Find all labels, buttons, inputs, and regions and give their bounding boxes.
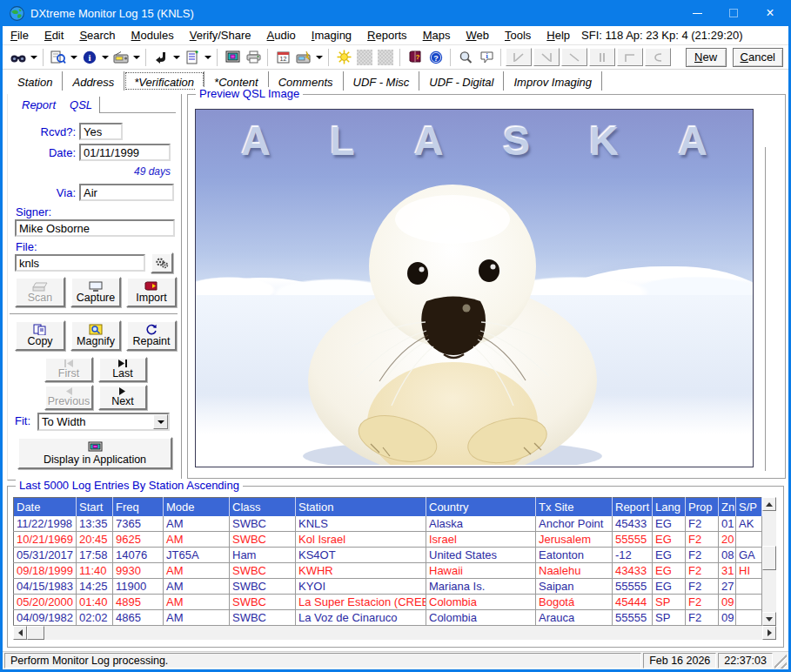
info-dropdown[interactable] — [100, 47, 111, 68]
tab-station[interactable]: Station — [8, 71, 63, 91]
nav-next-disabled — [561, 48, 587, 66]
copy-button[interactable]: Copy — [15, 320, 65, 351]
capture-button[interactable]: Capture — [70, 277, 121, 307]
find-logs-dropdown[interactable] — [29, 47, 39, 68]
menu-items: FileEditSearchModulesVerify/ShareAudioIm… — [3, 27, 578, 44]
radio-event-icon[interactable] — [293, 47, 314, 68]
horizontal-scrollbar[interactable] — [13, 626, 776, 640]
scroll-up-button[interactable] — [762, 497, 776, 511]
whats-this-icon[interactable]: i — [476, 47, 497, 68]
table-row[interactable]: 11/22/199813:357365AMSWBCKNLSAlaskaAncho… — [14, 516, 762, 532]
column-header-freq[interactable]: Freq — [113, 498, 164, 516]
goto-dropdown[interactable] — [171, 47, 182, 68]
info-icon[interactable]: i — [79, 47, 100, 68]
import-button[interactable]: Import — [126, 277, 177, 307]
column-header-report[interactable]: Report — [613, 498, 653, 516]
display-in-application-button[interactable]: Display in Application — [17, 437, 172, 469]
display-monitor-icon — [88, 441, 103, 454]
search-records-dropdown[interactable] — [69, 47, 79, 68]
resize-grip[interactable] — [774, 653, 787, 669]
close-button[interactable]: × — [752, 0, 788, 26]
menu-item-edit[interactable]: Edit — [37, 27, 71, 44]
rcvd-field[interactable] — [79, 123, 123, 140]
subtab-qsl[interactable]: QSL — [63, 97, 100, 113]
column-header-start[interactable]: Start — [77, 498, 113, 516]
find-logs-icon[interactable] — [8, 47, 29, 68]
magnify-button[interactable]: Magnify — [70, 320, 121, 351]
goto-icon[interactable] — [151, 47, 171, 68]
column-header-s-p[interactable]: S/P — [736, 498, 762, 516]
table-row[interactable]: 10/21/196920:459625AMSWBCKol IsraelIsrae… — [14, 532, 762, 548]
horizontal-scroll-track[interactable] — [44, 626, 762, 640]
menu-item-help[interactable]: Help — [539, 27, 578, 44]
column-header-station[interactable]: Station — [296, 498, 426, 516]
help-icon[interactable]: ? — [426, 47, 446, 68]
horizontal-scroll-thumb[interactable] — [27, 626, 44, 640]
tab-improv-imaging[interactable]: Improv Imaging — [504, 71, 602, 91]
logbook-help-icon[interactable]: ? — [405, 47, 426, 68]
menu-item-search[interactable]: Search — [71, 27, 123, 44]
tab-verification[interactable]: *Verification — [124, 71, 204, 91]
vertical-scrollbar[interactable] — [762, 497, 776, 626]
tab-address[interactable]: Address — [63, 71, 124, 91]
zoom-icon[interactable] — [455, 47, 476, 68]
menu-item-audio[interactable]: Audio — [259, 27, 304, 44]
file-field[interactable] — [15, 254, 145, 272]
column-header-lang[interactable]: Lang — [653, 498, 686, 516]
propagation-status: SFI: 118 Ap: 23 Kp: 4 (21:29:20) — [581, 29, 743, 42]
table-row[interactable]: 04/09/198202:024865AMSWBCLa Voz de Cinar… — [14, 610, 762, 626]
cancel-button[interactable]: Cancel — [733, 48, 783, 67]
column-header-class[interactable]: Class — [230, 498, 296, 516]
menu-item-modules[interactable]: Modules — [124, 27, 182, 44]
table-row[interactable]: 05/20/200001:404895AMSWBCLa Super Estaci… — [14, 595, 762, 610]
column-header-date[interactable]: Date — [14, 498, 77, 516]
tab-udf-misc[interactable]: UDF - Misc — [344, 71, 420, 91]
report-notes-dropdown[interactable] — [203, 47, 213, 68]
radio-event-dropdown[interactable] — [314, 47, 325, 68]
schedule-icon[interactable]: 12 — [272, 47, 293, 68]
log-group-title: Last 5000 Log Entries By Station Ascendi… — [16, 479, 243, 492]
vertical-scroll-thumb[interactable] — [762, 546, 776, 570]
via-field[interactable] — [79, 184, 174, 201]
report-notes-icon[interactable]: * — [182, 47, 203, 68]
file-options-button[interactable] — [151, 252, 173, 273]
solar-icon[interactable] — [333, 47, 354, 68]
menu-item-file[interactable]: File — [3, 27, 37, 44]
subtab-report[interactable]: Report — [15, 97, 63, 113]
fit-dropdown-button[interactable] — [153, 414, 168, 429]
table-row[interactable]: 09/18/199911:409930AMSWBCKWHRHawaiiNaale… — [14, 563, 762, 579]
scroll-right-button[interactable] — [762, 626, 776, 640]
repaint-button[interactable]: Repaint — [126, 320, 177, 351]
menu-item-tools[interactable]: Tools — [497, 27, 539, 44]
table-row[interactable]: 04/15/198314:2511900AMSWBCKYOIMariana Is… — [14, 579, 762, 595]
table-row[interactable]: 05/31/201717:5814076JT65AHamKS4OTUnited … — [14, 548, 762, 563]
last-button[interactable]: Last — [98, 357, 147, 382]
nav-corner-disabled — [617, 48, 643, 66]
minimize-button[interactable] — [679, 0, 715, 26]
column-header-country[interactable]: Country — [426, 498, 536, 516]
scroll-left-button[interactable] — [13, 626, 27, 640]
menu-item-verify-share[interactable]: Verify/Share — [182, 27, 259, 44]
new-button[interactable]: New — [686, 48, 727, 67]
menu-item-imaging[interactable]: Imaging — [304, 27, 359, 44]
scroll-down-button[interactable] — [762, 612, 776, 626]
menu-item-web[interactable]: Web — [458, 27, 497, 44]
column-header-prop[interactable]: Prop — [686, 498, 719, 516]
last-icon — [117, 360, 129, 367]
column-header-mode[interactable]: Mode — [164, 498, 230, 516]
radio-icon[interactable] — [111, 47, 131, 68]
column-header-zn[interactable]: Zn — [719, 498, 736, 516]
menu-item-reports[interactable]: Reports — [359, 27, 415, 44]
tab-udf-digital[interactable]: UDF - Digital — [419, 71, 504, 91]
next-icon — [118, 387, 127, 395]
radio-dropdown[interactable] — [131, 47, 142, 68]
image-window-icon[interactable] — [222, 47, 243, 68]
print-icon[interactable] — [243, 47, 264, 68]
search-records-icon[interactable] — [48, 47, 69, 68]
menu-item-maps[interactable]: Maps — [415, 27, 459, 44]
next-button[interactable]: Next — [98, 385, 147, 410]
signer-field[interactable] — [15, 219, 175, 237]
date-field[interactable] — [79, 144, 171, 161]
fit-combobox[interactable]: To Width — [37, 413, 170, 431]
column-header-tx-site[interactable]: Tx Site — [536, 498, 613, 516]
